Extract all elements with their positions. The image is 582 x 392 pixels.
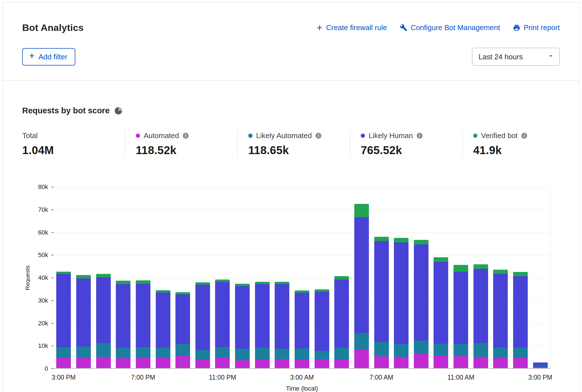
- bar-segment-likely-human: [493, 274, 508, 347]
- y-tick-mark: [51, 209, 54, 210]
- gridline: [54, 233, 550, 233]
- bar-6-00-am[interactable]: [354, 204, 369, 368]
- bar-segment-likely-automated: [394, 344, 409, 357]
- bar-10-00-am[interactable]: [434, 257, 448, 368]
- bar-segment-likely-automated: [414, 341, 428, 354]
- bar-2-00-am[interactable]: [275, 282, 289, 368]
- bar-11-00-am[interactable]: [454, 265, 468, 368]
- bar-2-00-pm[interactable]: [513, 272, 528, 368]
- y-tick-label: 60k: [38, 229, 48, 236]
- bar-segment-likely-human: [414, 244, 428, 341]
- bar-11-00-pm[interactable]: [215, 280, 230, 368]
- bar-segment-likely-human: [315, 292, 329, 351]
- bar-segment-likely-human: [255, 284, 270, 348]
- bar-segment-verified-bot: [334, 276, 349, 280]
- bar-segment-likely-automated: [235, 349, 250, 360]
- bar-segment-automated: [473, 357, 488, 368]
- create-firewall-rule-link[interactable]: Create firewall rule: [316, 23, 387, 32]
- print-report-link[interactable]: Print report: [513, 23, 560, 32]
- bar-4-00-pm[interactable]: [76, 275, 91, 368]
- bar-6-00-pm[interactable]: [116, 281, 130, 368]
- bar-segment-likely-automated: [156, 348, 170, 358]
- bar-segment-automated: [96, 357, 111, 368]
- bar-12-00-am[interactable]: [235, 284, 250, 368]
- requests-chart: Requests 010k20k30k40k50k60k70k80k3:00 P…: [22, 187, 560, 392]
- bar-9-00-pm[interactable]: [175, 292, 190, 368]
- bar-segment-automated: [175, 356, 190, 368]
- automated-dot: [136, 134, 140, 138]
- section-title-row: Requests by bot score: [22, 106, 560, 115]
- page-title: Bot Analytics: [22, 22, 84, 33]
- bar-segment-likely-automated: [255, 348, 270, 360]
- info-icon[interactable]: [521, 133, 527, 139]
- bar-segment-automated: [354, 349, 369, 368]
- bar-12-00-pm[interactable]: [473, 264, 488, 368]
- bar-segment-automated: [136, 358, 150, 368]
- bar-10-00-pm[interactable]: [195, 282, 210, 368]
- x-tick-label: 7:00 AM: [369, 374, 393, 381]
- bar-3-00-am[interactable]: [295, 290, 309, 368]
- x-tick-label: 11:00 AM: [447, 374, 474, 381]
- printer-icon: [513, 24, 520, 31]
- bar-segment-verified-bot: [96, 274, 111, 277]
- bar-segment-likely-automated: [96, 343, 111, 357]
- time-range-select[interactable]: Last 24 hours: [472, 48, 560, 66]
- bar-segment-automated: [295, 359, 309, 368]
- bar-segment-automated: [394, 357, 409, 368]
- bar-segment-verified-bot: [215, 280, 230, 282]
- bar-segment-verified-bot: [513, 272, 528, 276]
- bar-segment-verified-bot: [473, 264, 488, 269]
- action-label: Create firewall rule: [326, 23, 387, 32]
- stat-likely-automated: Likely Automated 118.65k: [237, 131, 350, 157]
- configure-bot-management-link[interactable]: Configure Bot Management: [400, 23, 500, 32]
- plot-area[interactable]: 010k20k30k40k50k60k70k80k3:00 PM7:00 PM1…: [54, 187, 550, 369]
- bar-9-00-am[interactable]: [414, 240, 428, 368]
- bar-segment-likely-automated: [513, 348, 528, 358]
- info-icon[interactable]: [417, 133, 423, 139]
- bar-segment-verified-bot: [414, 240, 428, 244]
- info-icon[interactable]: [183, 133, 189, 139]
- bar-segment-verified-bot: [76, 275, 91, 278]
- info-icon[interactable]: [315, 133, 321, 139]
- bar-segment-likely-automated: [175, 344, 190, 356]
- bar-3-00-pm[interactable]: [56, 272, 71, 368]
- header-top: Bot Analytics Create firewall rule Confi…: [22, 22, 560, 33]
- bar-segment-likely-human: [175, 294, 190, 344]
- bar-segment-automated: [414, 354, 428, 368]
- stat-value: 118.65k: [248, 144, 350, 157]
- bar-1-00-pm[interactable]: [493, 270, 508, 368]
- bar-segment-likely-human: [76, 278, 91, 346]
- bar-segment-automated: [513, 358, 528, 368]
- plus-icon: [316, 24, 323, 31]
- header-filter-row: Add filter Last 24 hours: [22, 48, 560, 66]
- likely-human-dot: [361, 134, 365, 138]
- bar-segment-likely-automated: [434, 344, 448, 356]
- bar-4-00-am[interactable]: [315, 289, 329, 368]
- bar-segment-likely-human: [235, 286, 250, 349]
- bar-segment-likely-automated: [334, 348, 349, 359]
- y-tick-label: 80k: [38, 183, 48, 191]
- bar-segment-likely-automated: [295, 348, 309, 360]
- bar-segment-automated: [116, 358, 130, 368]
- pie-chart-icon: [115, 107, 122, 114]
- bar-8-00-am[interactable]: [394, 238, 409, 368]
- bar-3-00-pm[interactable]: [533, 362, 548, 368]
- gridline: [54, 187, 550, 187]
- y-tick-mark: [51, 278, 54, 278]
- y-tick-mark: [51, 323, 54, 324]
- bar-5-00-am[interactable]: [334, 276, 349, 368]
- add-filter-button[interactable]: Add filter: [22, 48, 75, 66]
- bar-7-00-pm[interactable]: [136, 280, 150, 368]
- bar-segment-automated: [315, 359, 329, 368]
- y-tick-mark: [51, 346, 54, 346]
- bar-7-00-am[interactable]: [374, 237, 389, 368]
- bar-segment-likely-human: [295, 293, 309, 348]
- bar-segment-likely-automated: [136, 347, 150, 358]
- bar-5-00-pm[interactable]: [96, 274, 111, 368]
- bar-1-00-am[interactable]: [255, 282, 270, 368]
- bar-8-00-pm[interactable]: [156, 290, 170, 368]
- bar-segment-verified-bot: [454, 265, 468, 272]
- y-tick-mark: [51, 300, 54, 301]
- bar-segment-verified-bot: [255, 282, 270, 284]
- y-tick-label: 30k: [38, 297, 48, 304]
